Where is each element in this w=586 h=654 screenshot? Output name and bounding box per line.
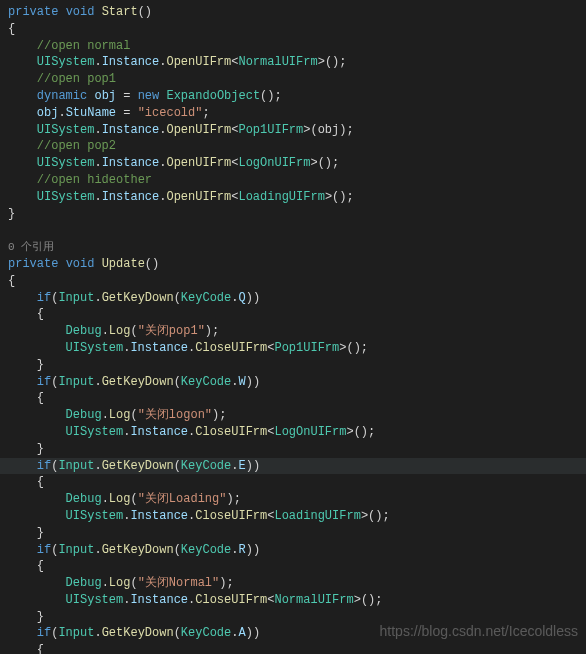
code-line: //open normal: [0, 38, 586, 55]
code-line: Debug.Log("关闭logon");: [0, 407, 586, 424]
code-line: dynamic obj = new ExpandoObject();: [0, 88, 586, 105]
code-line: UISystem.Instance.CloseUIFrm<NormalUIFrm…: [0, 592, 586, 609]
code-line: [0, 222, 586, 239]
code-line: UISystem.Instance.OpenUIFrm<NormalUIFrm>…: [0, 54, 586, 71]
code-line: }: [0, 441, 586, 458]
code-line: {: [0, 642, 586, 654]
code-line: {: [0, 390, 586, 407]
watermark: https://blog.csdn.net/Icecoldless: [380, 622, 578, 642]
code-line: {: [0, 273, 586, 290]
code-line: Debug.Log("关闭Normal");: [0, 575, 586, 592]
code-line: //open pop2: [0, 138, 586, 155]
code-line: UISystem.Instance.CloseUIFrm<LoadingUIFr…: [0, 508, 586, 525]
code-line: {: [0, 21, 586, 38]
code-line: }: [0, 357, 586, 374]
code-line: UISystem.Instance.CloseUIFrm<LogOnUIFrm>…: [0, 424, 586, 441]
code-line: {: [0, 558, 586, 575]
code-line: }: [0, 206, 586, 223]
references-label: 0 个引用: [0, 239, 586, 256]
code-line: private void Update(): [0, 256, 586, 273]
code-line: UISystem.Instance.OpenUIFrm<Pop1UIFrm>(o…: [0, 122, 586, 139]
code-line: }: [0, 525, 586, 542]
code-line: UISystem.Instance.CloseUIFrm<Pop1UIFrm>(…: [0, 340, 586, 357]
code-line: if(Input.GetKeyDown(KeyCode.Q)): [0, 290, 586, 307]
code-line: //open pop1: [0, 71, 586, 88]
code-line: if(Input.GetKeyDown(KeyCode.R)): [0, 542, 586, 559]
code-editor[interactable]: private void Start() { //open normal UIS…: [0, 4, 586, 654]
code-line: private void Start(): [0, 4, 586, 21]
code-line: if(Input.GetKeyDown(KeyCode.W)): [0, 374, 586, 391]
code-line: Debug.Log("关闭Loading");: [0, 491, 586, 508]
code-line: UISystem.Instance.OpenUIFrm<LogOnUIFrm>(…: [0, 155, 586, 172]
code-line: {: [0, 306, 586, 323]
code-line: {: [0, 474, 586, 491]
code-line: UISystem.Instance.OpenUIFrm<LoadingUIFrm…: [0, 189, 586, 206]
code-line: obj.StuName = "icecold";: [0, 105, 586, 122]
code-line: //open hideother: [0, 172, 586, 189]
code-line: Debug.Log("关闭pop1");: [0, 323, 586, 340]
code-line-highlighted: if(Input.GetKeyDown(KeyCode.E)): [0, 458, 586, 475]
